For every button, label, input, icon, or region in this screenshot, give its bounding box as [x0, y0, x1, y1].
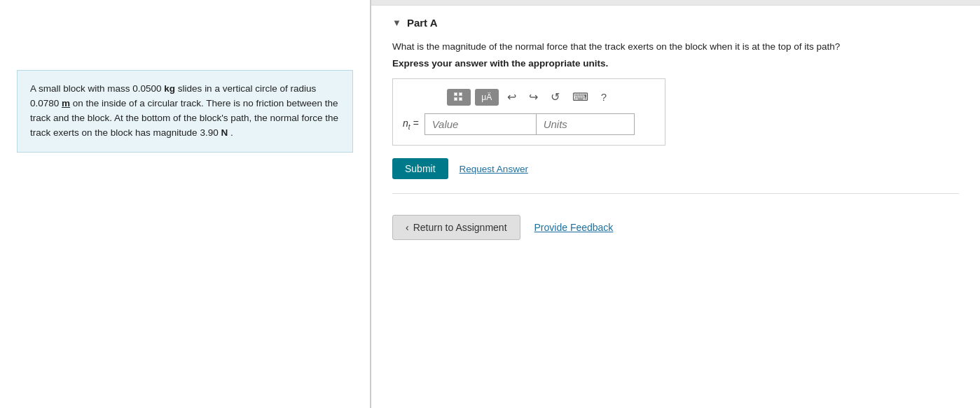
- express-text: Express your answer with the appropriate…: [392, 58, 959, 69]
- submit-row: Submit Request Answer: [392, 158, 959, 179]
- value-input[interactable]: [425, 113, 537, 135]
- redo-button[interactable]: ↪: [525, 87, 542, 106]
- part-toggle-icon[interactable]: ▼: [392, 17, 401, 28]
- left-panel: A small block with mass 0.0500 kg slides…: [0, 0, 371, 408]
- part-title: Part A: [407, 17, 438, 29]
- matrix-button[interactable]: [447, 89, 471, 106]
- return-btn-label: Return to Assignment: [413, 222, 507, 233]
- request-answer-button[interactable]: Request Answer: [460, 164, 528, 174]
- return-to-assignment-button[interactable]: ‹ Return to Assignment: [392, 215, 520, 240]
- reset-button[interactable]: ↺: [546, 87, 564, 106]
- undo-button[interactable]: ↩: [503, 87, 520, 106]
- part-header: ▼ Part A: [392, 17, 959, 29]
- variable-label: nt =: [403, 118, 419, 131]
- mu-label: μÄ: [481, 92, 492, 102]
- content-area: ▼ Part A What is the magnitude of the no…: [371, 6, 980, 408]
- units-input[interactable]: [537, 113, 635, 135]
- keyboard-button[interactable]: ⌨: [568, 87, 593, 106]
- answer-toolbar: μÄ ↩ ↪ ↺ ⌨ ?: [403, 87, 655, 106]
- provide-feedback-button[interactable]: Provide Feedback: [534, 222, 614, 233]
- problem-text: A small block with mass 0.0500 kg slides…: [30, 83, 338, 138]
- right-panel: ▼ Part A What is the magnitude of the no…: [371, 0, 980, 408]
- top-divider: [371, 0, 980, 6]
- help-button[interactable]: ?: [597, 88, 611, 106]
- chevron-left-icon: ‹: [406, 222, 409, 233]
- problem-box: A small block with mass 0.0500 kg slides…: [17, 70, 353, 153]
- answer-container: μÄ ↩ ↪ ↺ ⌨ ? nt =: [392, 78, 665, 146]
- submit-button[interactable]: Submit: [392, 158, 448, 179]
- question-text: What is the magnitude of the normal forc…: [392, 40, 959, 54]
- input-row: nt =: [403, 113, 655, 135]
- mu-button[interactable]: μÄ: [475, 89, 499, 106]
- main-layout: A small block with mass 0.0500 kg slides…: [0, 0, 980, 408]
- part-section: ▼ Part A What is the magnitude of the no…: [392, 6, 959, 194]
- bottom-row: ‹ Return to Assignment Provide Feedback: [392, 215, 959, 240]
